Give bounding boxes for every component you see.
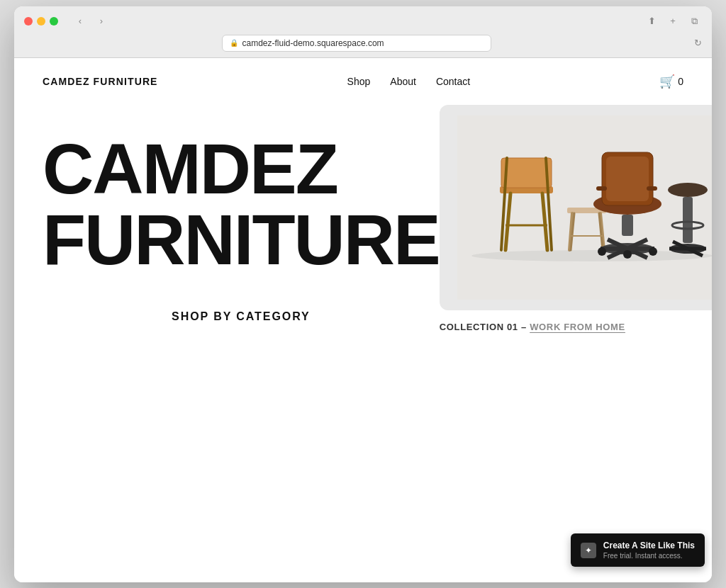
svg-rect-18: [647, 186, 657, 191]
minimize-button[interactable]: [37, 17, 45, 26]
svg-point-33: [471, 250, 712, 261]
collection-link[interactable]: WORK FROM HOME: [530, 322, 625, 332]
new-tab-button[interactable]: +: [665, 13, 681, 29]
shop-category-section: SHOP BY CATEGORY: [43, 289, 440, 337]
big-heading: CAMDEZ FURNITURE: [43, 133, 440, 275]
browser-titlebar: ‹ › ⬆ + ⧉: [24, 13, 702, 29]
badge-text: Create A Site Like This Free trial. Inst…: [603, 541, 695, 560]
traffic-lights: [24, 17, 58, 26]
url-text: camdez-fluid-demo.squarespace.com: [242, 38, 384, 48]
maximize-button[interactable]: [50, 17, 58, 26]
collection-caption: COLLECTION 01 – WORK FROM HOME: [440, 322, 625, 332]
nav-contact[interactable]: Contact: [436, 76, 470, 87]
refresh-button[interactable]: ↻: [694, 38, 702, 48]
squarespace-logo-icon: ✦: [581, 543, 596, 558]
site-content: CAMDEZ FURNITURE Shop About Contact 🛒 0 …: [14, 58, 712, 582]
svg-rect-17: [596, 186, 607, 191]
squarespace-badge[interactable]: ✦ Create A Site Like This Free trial. In…: [571, 533, 705, 567]
hero-right: COLLECTION 01 – WORK FROM HOME: [440, 105, 712, 332]
back-button[interactable]: ‹: [72, 13, 88, 29]
chairs-illustration: [457, 115, 712, 300]
browser-window: ‹ › ⬆ + ⧉ 🔒 camdez-fluid-demo.squarespac…: [14, 6, 712, 582]
cart-button[interactable]: 🛒 0: [659, 74, 683, 89]
hero-layout: CAMDEZ FURNITURE SHOP BY CATEGORY: [43, 105, 683, 337]
duplicate-button[interactable]: ⧉: [686, 13, 702, 29]
badge-main-text: Create A Site Like This: [603, 541, 695, 552]
site-logo: CAMDEZ FURNITURE: [43, 76, 158, 87]
address-bar-row: 🔒 camdez-fluid-demo.squarespace.com ↻: [24, 35, 702, 57]
cart-count: 0: [678, 76, 683, 87]
main-nav: Shop About Contact: [347, 76, 471, 87]
svg-rect-2: [501, 158, 552, 188]
cart-icon: 🛒: [659, 74, 675, 89]
svg-rect-19: [622, 215, 633, 236]
browser-chrome: ‹ › ⬆ + ⧉ 🔒 camdez-fluid-demo.squarespac…: [14, 6, 712, 58]
svg-point-27: [668, 183, 708, 197]
left-content: CAMDEZ FURNITURE SHOP BY CATEGORY: [43, 105, 440, 337]
address-bar[interactable]: 🔒 camdez-fluid-demo.squarespace.com: [222, 35, 491, 52]
badge-sub-text: Free trial. Instant access.: [603, 552, 695, 560]
svg-rect-16: [606, 157, 649, 201]
lock-icon: 🔒: [230, 39, 238, 47]
main-content: CAMDEZ FURNITURE SHOP BY CATEGORY: [14, 105, 712, 366]
nav-shop[interactable]: Shop: [347, 76, 371, 87]
svg-rect-28: [683, 197, 693, 243]
forward-button[interactable]: ›: [94, 13, 109, 29]
browser-nav: ‹ ›: [72, 13, 109, 29]
shop-category-title: SHOP BY CATEGORY: [43, 310, 440, 323]
window-controls: ⬆ + ⧉: [644, 13, 702, 29]
site-header: CAMDEZ FURNITURE Shop About Contact 🛒 0: [14, 58, 712, 105]
share-button[interactable]: ⬆: [644, 13, 659, 29]
close-button[interactable]: [24, 17, 33, 26]
nav-about[interactable]: About: [390, 76, 416, 87]
collection-image[interactable]: [440, 105, 712, 310]
